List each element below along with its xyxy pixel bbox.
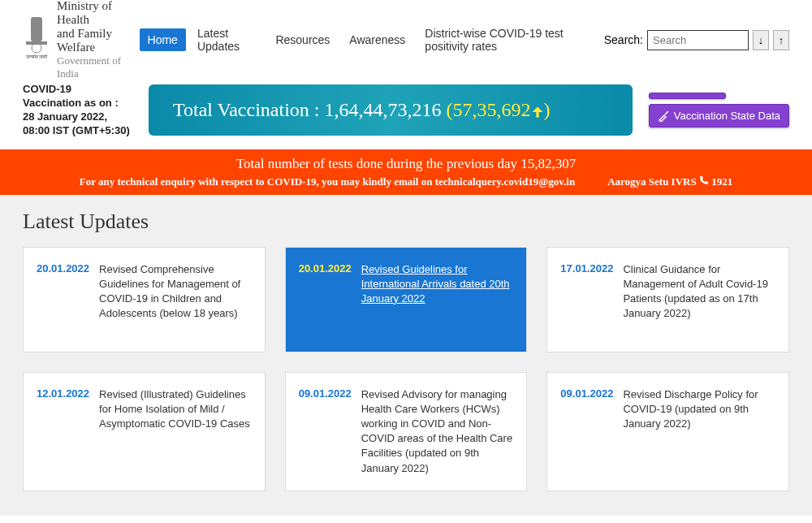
gov-line: Government of India [57, 54, 140, 80]
card-text: Revised Comprehensive Guidelines for Man… [99, 262, 252, 337]
vaccination-date: COVID-19 Vaccination as on : 28 January … [23, 83, 132, 138]
svg-rect-0 [31, 17, 42, 41]
emblem-icon: सत्यमेव जयते [23, 15, 50, 64]
nav-item-district-wise-covid-19-test-positivity-rates[interactable]: District-wise COVID-19 test positivity r… [417, 22, 597, 58]
update-card[interactable]: 20.01.2022Revised Guidelines for Interna… [285, 247, 528, 352]
ministry-line1: Ministry of Health [57, 0, 140, 27]
content: Latest Updates 20.01.2022Revised Compreh… [0, 195, 812, 516]
card-text: Clinical Guidance for Management of Adul… [623, 262, 775, 337]
card-text: Revised Discharge Policy for COVID-19 (u… [623, 387, 775, 476]
tests-count: Total number of tests done during the pr… [16, 156, 796, 172]
card-date: 12.01.2022 [37, 387, 89, 476]
card-date: 17.01.2022 [560, 262, 613, 337]
card-date: 09.01.2022 [299, 387, 352, 476]
technical-enquiry: For any technical enquiry with respect t… [80, 175, 575, 188]
aarogya-ivrs: Aarogya Setu IVRS 1921 [607, 175, 732, 188]
search-input[interactable] [647, 30, 749, 50]
update-card[interactable]: 09.01.2022Revised Advisory for managing … [285, 372, 528, 491]
vaccination-buttons: Vaccination State Data [649, 93, 789, 128]
update-card[interactable]: 09.01.2022Revised Discharge Policy for C… [546, 372, 789, 491]
vaccination-delta: (57,35,692) [442, 99, 551, 120]
nav-item-home[interactable]: Home [140, 28, 186, 51]
syringe-icon [658, 110, 669, 122]
vaccination-state-data-button[interactable]: Vaccination State Data [649, 104, 789, 128]
update-card[interactable]: 12.01.2022Revised (Illustrated) Guidelin… [23, 372, 266, 491]
state-button-partial[interactable] [649, 93, 726, 99]
vaccination-total: Total Vaccination : 1,64,44,73,216 (57,3… [149, 84, 633, 136]
card-text: Revised Advisory for managing Health Car… [361, 387, 514, 476]
header: सत्यमेव जयते Ministry of Health and Fami… [0, 0, 812, 80]
update-card[interactable]: 20.01.2022Revised Comprehensive Guidelin… [23, 247, 266, 352]
total-label: Total Vaccination : [173, 99, 325, 120]
card-text: Revised Guidelines for International Arr… [361, 262, 514, 337]
nav-item-resources[interactable]: Resources [267, 28, 338, 51]
scroll-down-button[interactable]: ↓ [753, 30, 769, 50]
update-card[interactable]: 17.01.2022Clinical Guidance for Manageme… [546, 247, 789, 352]
cards-grid: 20.01.2022Revised Comprehensive Guidelin… [23, 247, 789, 491]
card-date: 20.01.2022 [299, 262, 352, 337]
vaccination-banner: COVID-19 Vaccination as on : 28 January … [0, 80, 812, 141]
card-date: 20.01.2022 [37, 262, 89, 337]
nav-item-latest-updates[interactable]: Latest Updates [189, 22, 264, 58]
nav: HomeLatest UpdatesResourcesAwarenessDist… [140, 22, 598, 58]
card-date: 09.01.2022 [560, 387, 613, 476]
total-number: 1,64,44,73,216 [325, 99, 442, 120]
scroll-up-button[interactable]: ↑ [773, 30, 789, 50]
banner-line2: For any technical enquiry with respect t… [16, 175, 796, 188]
nav-item-awareness[interactable]: Awareness [341, 28, 413, 51]
search-label: Search: [604, 33, 643, 46]
emblem-text: सत्यमेव जयते [26, 54, 48, 60]
section-title: Latest Updates [23, 210, 789, 234]
tests-banner: Total number of tests done during the pr… [0, 149, 812, 195]
ministry-title: Ministry of Health and Family Welfare Go… [57, 0, 140, 80]
arrow-up-icon [531, 106, 544, 119]
logo-area: सत्यमेव जयते Ministry of Health and Fami… [23, 0, 140, 80]
search-area: Search: ↓ ↑ [604, 30, 789, 50]
card-text: Revised (Illustrated) Guidelines for Hom… [99, 387, 252, 476]
ministry-line2: and Family Welfare [57, 27, 140, 54]
phone-icon [699, 175, 709, 185]
